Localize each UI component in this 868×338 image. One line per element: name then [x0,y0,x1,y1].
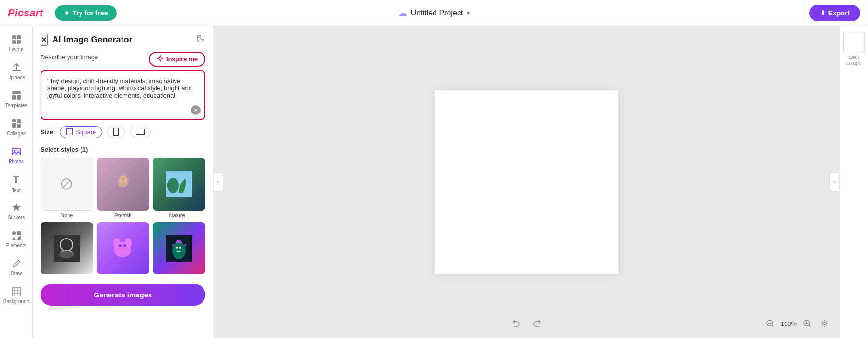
header-separator [803,3,803,23]
text-icon: T [13,173,19,186]
svg-rect-19 [12,287,21,296]
svg-rect-10 [17,124,21,128]
clear-button[interactable]: ✕ [191,105,201,115]
sidebar-item-text[interactable]: T Text [2,170,31,196]
size-label: Size: [41,128,55,136]
sidebar-item-background[interactable]: Background [2,282,31,308]
canvas-thumbnail [843,32,865,53]
svg-line-25 [63,180,70,188]
style-none[interactable]: None [41,158,93,218]
logo-divider [49,7,49,19]
svg-rect-3 [17,40,21,44]
sidebar-item-templates[interactable]: Templates [2,86,31,112]
sidebar-item-label: Background [3,299,29,304]
sidebar-item-label: Uploads [7,75,25,80]
size-row: Size: Square [41,126,205,138]
svg-marker-17 [12,236,16,240]
canvas-size: 1080x 1080px [847,55,861,66]
collapse-left-button[interactable]: ‹ [214,172,223,192]
magic-icon: ✦ [64,9,69,17]
collages-icon [11,118,22,129]
undo-button[interactable] [508,315,524,330]
try-free-button[interactable]: ✦ Try for free [55,5,116,21]
zoom-in-button[interactable] [800,317,814,330]
svg-rect-16 [17,231,21,235]
chevron-down-icon[interactable]: ▾ [467,10,470,16]
sidebar-item-layout[interactable]: Layout [2,30,31,56]
describe-label: Describe your image [41,54,98,61]
prompt-wrapper: ✕ [41,70,205,120]
templates-icon [11,90,22,101]
style-portrait-label: Portrait [114,212,131,218]
sidebar-item-stickers[interactable]: Stickers [2,198,31,224]
zoom-out-button[interactable] [763,317,777,330]
svg-rect-2 [12,40,16,44]
redo-button[interactable] [529,315,545,330]
bottom-toolbar [508,315,545,330]
prompt-input[interactable] [42,72,203,116]
panel-header: × AI Image Generator [33,26,213,52]
sidebar-item-label: Text [12,188,20,193]
svg-rect-6 [17,95,21,100]
sidebar-item-label: Templates [5,103,27,108]
canvas-area: ‹ › [214,26,839,338]
svg-rect-7 [12,119,16,122]
canvas-settings-button[interactable] [818,317,831,330]
describe-row: Describe your image Inspire me [41,52,205,67]
icon-sidebar: Layout Uploads Templates [0,26,33,338]
style-fantasy[interactable] [153,222,205,277]
style-none-image [41,158,93,211]
size-landscape-button[interactable] [130,127,151,137]
history-icon[interactable] [196,34,205,46]
sidebar-item-elements[interactable]: Elements [2,226,31,252]
style-cute-image [97,222,149,275]
panel-body: Describe your image Inspire me ✕ Size: [33,52,213,338]
svg-rect-15 [12,231,16,235]
svg-point-28 [121,177,125,182]
style-cute[interactable] [97,222,149,277]
styles-grid: None Portrait [41,158,205,276]
svg-rect-5 [12,95,16,100]
project-title[interactable]: Untitled Project [411,9,463,17]
elements-icon [11,230,22,241]
svg-rect-4 [12,91,21,94]
svg-point-29 [118,182,128,187]
cloud-icon: ☁ [398,8,407,18]
sidebar-item-draw[interactable]: Draw [2,254,31,280]
zoom-level: 100% [781,320,797,327]
sidebar-item-label: Draw [11,271,22,276]
style-nature-image [153,158,205,211]
header-right: ⬇ Export [803,3,860,23]
sidebar-item-collages[interactable]: Collages [2,114,31,140]
style-mono[interactable] [41,222,93,277]
svg-point-45 [179,247,181,249]
svg-marker-14 [12,203,21,211]
style-nature[interactable]: Nature... [153,158,205,218]
svg-point-48 [824,323,826,325]
svg-marker-18 [17,236,21,240]
style-portrait-image [97,158,149,211]
square-label: Square [76,128,96,136]
sidebar-item-label: Elements [6,243,27,248]
panel-close-button[interactable]: × [41,34,48,46]
inspire-me-button[interactable]: Inspire me [149,52,205,67]
sidebar-item-photos[interactable]: Photos [2,142,31,168]
sidebar-item-uploads[interactable]: Uploads [2,58,31,84]
draw-icon [11,258,22,269]
layout-icon [11,34,22,45]
generate-button[interactable]: Generate images [41,284,205,306]
try-free-label: Try for free [72,9,108,17]
size-square-button[interactable]: Square [60,126,102,138]
download-icon: ⬇ [820,9,826,17]
sidebar-item-label: Collages [7,131,26,136]
collapse-right-button[interactable]: › [829,172,839,192]
style-fantasy-image [153,222,205,275]
size-portrait-button[interactable] [107,126,125,138]
svg-point-31 [167,178,179,193]
export-button[interactable]: ⬇ Export [809,5,860,21]
header: Picsart ✦ Try for free ☁ Untitled Projec… [0,0,868,26]
header-center: ☁ Untitled Project ▾ [398,8,470,18]
right-panel: 1080x 1080px [839,26,868,338]
style-portrait[interactable]: Portrait [97,158,149,218]
panel-title: AI Image Generator [53,35,191,45]
